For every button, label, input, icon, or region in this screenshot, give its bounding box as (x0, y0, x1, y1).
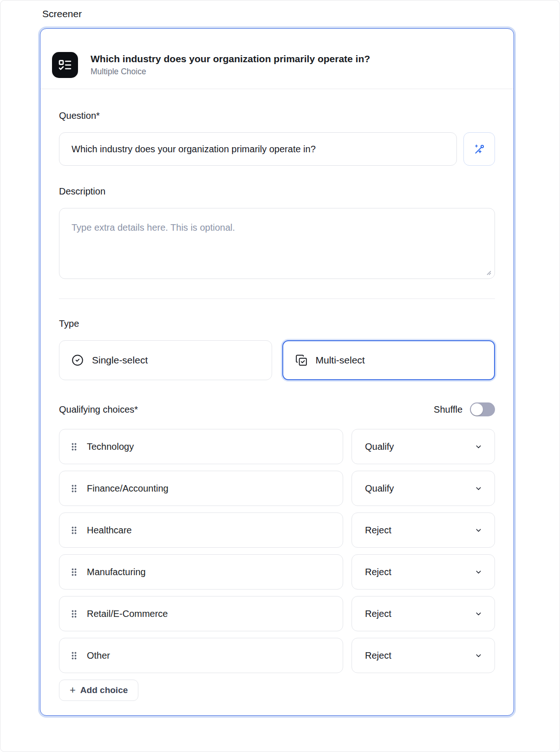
type-options: Single-select Multi-select (59, 340, 495, 380)
choice-text: Healthcare (87, 525, 132, 536)
choice-row[interactable]: Manufacturing (59, 554, 343, 590)
choice-row[interactable]: Retail/E-Commerce (59, 596, 343, 631)
card-header: Which industry does your organization pr… (40, 29, 514, 89)
type-option-single-select[interactable]: Single-select (59, 340, 272, 380)
ai-rewrite-button[interactable] (463, 132, 495, 166)
type-option-multi-select[interactable]: Multi-select (282, 340, 495, 380)
question-label: Question* (59, 110, 495, 121)
choice-action-select[interactable]: Reject (352, 512, 495, 548)
choice-row[interactable]: Technology (59, 429, 343, 464)
circle-check-icon (72, 354, 84, 366)
choice-action-select[interactable]: Reject (352, 596, 495, 631)
chevron-down-icon (475, 443, 482, 451)
question-input[interactable] (59, 132, 457, 166)
description-wrap (59, 208, 495, 279)
choices-list: Technology Qualify Finance/Accounting (59, 429, 495, 673)
choice-action-select[interactable]: Reject (352, 638, 495, 673)
description-textarea[interactable] (59, 208, 495, 279)
choice-text: Manufacturing (87, 567, 146, 577)
drag-handle-icon[interactable] (71, 526, 78, 535)
choice-text: Other (87, 650, 110, 661)
choice-action-value: Reject (365, 567, 391, 577)
description-label: Description (59, 186, 495, 197)
wand-sparkles-icon (473, 143, 485, 155)
shuffle-control: Shuffle (434, 402, 495, 416)
choice-row[interactable]: Finance/Accounting (59, 471, 343, 506)
drag-handle-icon[interactable] (71, 442, 78, 451)
choice-row[interactable]: Other (59, 638, 343, 673)
header-text: Which industry does your organization pr… (91, 53, 370, 77)
add-choice-button[interactable]: + Add choice (59, 680, 138, 701)
question-card: Which industry does your organization pr… (40, 28, 514, 716)
type-option-label: Multi-select (316, 355, 365, 366)
choice-action-value: Reject (365, 525, 391, 536)
drag-handle-icon[interactable] (71, 609, 78, 618)
shuffle-toggle[interactable] (470, 402, 495, 416)
choice-row[interactable]: Healthcare (59, 512, 343, 548)
choice-action-value: Qualify (365, 483, 394, 494)
choice-text: Technology (87, 441, 134, 452)
drag-handle-icon[interactable] (71, 568, 78, 577)
shuffle-label: Shuffle (434, 404, 462, 415)
toggle-knob (471, 403, 483, 415)
chevron-down-icon (475, 485, 482, 493)
section-divider (59, 298, 495, 299)
choice-action-select[interactable]: Reject (352, 554, 495, 590)
copy-check-icon (295, 354, 307, 366)
drag-handle-icon[interactable] (71, 484, 78, 493)
choice-text: Finance/Accounting (87, 483, 169, 494)
chevron-down-icon (475, 652, 482, 660)
choices-label: Qualifying choices* (59, 404, 138, 415)
list-todo-icon (52, 52, 78, 78)
chevron-down-icon (475, 610, 482, 618)
page-title: Screener (42, 8, 82, 19)
chevron-down-icon (475, 568, 482, 576)
choices-header: Qualifying choices* Shuffle (59, 402, 495, 416)
choice-action-value: Qualify (365, 441, 394, 452)
question-row (59, 132, 495, 166)
type-label: Type (59, 318, 495, 329)
choice-action-select[interactable]: Qualify (352, 471, 495, 506)
header-subtitle: Multiple Choice (91, 67, 370, 77)
type-option-label: Single-select (92, 355, 148, 366)
header-title: Which industry does your organization pr… (91, 53, 370, 65)
card-body: Question* Description (40, 89, 514, 701)
chevron-down-icon (475, 526, 482, 534)
screener-editor: Screener Which industry does your organi… (0, 0, 560, 752)
choice-action-value: Reject (365, 650, 391, 661)
plus-icon: + (70, 685, 76, 695)
choice-action-select[interactable]: Qualify (352, 429, 495, 464)
drag-handle-icon[interactable] (71, 651, 78, 660)
choice-action-value: Reject (365, 609, 391, 619)
add-choice-label: Add choice (80, 685, 128, 695)
choice-text: Retail/E-Commerce (87, 609, 168, 619)
